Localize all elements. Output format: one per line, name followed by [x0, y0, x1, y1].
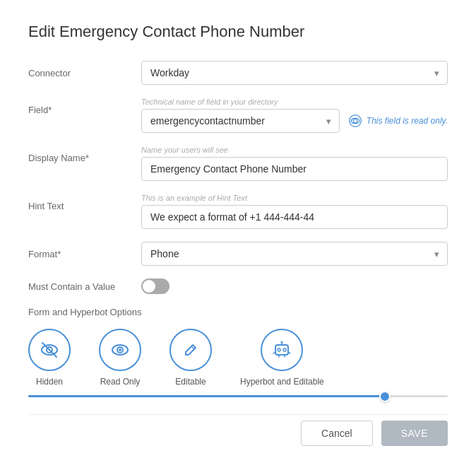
hint-text-hint: This is an example of Hint Text — [141, 194, 448, 202]
eye-icon — [348, 114, 362, 128]
editable-icon — [179, 338, 203, 362]
hidden-icon — [37, 338, 61, 362]
svg-point-11 — [278, 348, 280, 351]
display-name-control: Name your users will see — [141, 146, 448, 181]
display-name-hint: Name your users will see — [141, 146, 448, 154]
read-only-badge: This field is read only. — [348, 114, 448, 128]
field-select[interactable]: emergencycontactnumber — [141, 109, 340, 133]
svg-point-8 — [119, 348, 121, 351]
read-only-icon — [108, 338, 132, 362]
hyperbot-icon-circle — [261, 329, 303, 371]
footer-buttons: Cancel SAVE — [28, 414, 448, 446]
must-contain-label: Must Contain a Value — [28, 281, 141, 292]
read-only-label: Read Only — [100, 377, 141, 387]
connector-label: Connector — [28, 61, 141, 78]
option-editable[interactable]: Editable — [169, 329, 212, 387]
editable-label: Editable — [175, 377, 206, 387]
field-hint: Technical name of field in your director… — [141, 98, 448, 106]
hint-text-input[interactable] — [141, 205, 448, 229]
page-title: Edit Emergency Contact Phone Number — [28, 23, 448, 41]
format-control: Phone — [141, 242, 448, 266]
format-select-wrap: Phone — [141, 242, 448, 266]
slider-thumb[interactable] — [379, 391, 391, 402]
connector-select[interactable]: Workday — [141, 61, 448, 85]
field-label: Field* — [28, 98, 141, 115]
option-read-only[interactable]: Read Only — [99, 329, 141, 387]
option-hyperbot[interactable]: Hyperbot and Editable — [240, 329, 324, 387]
hint-text-control: This is an example of Hint Text — [141, 194, 448, 229]
edit-modal: Edit Emergency Contact Phone Number Conn… — [0, 0, 476, 475]
hyperbot-icon — [270, 338, 294, 362]
options-row: Hidden Read Only Editable — [28, 329, 448, 387]
display-name-label: Display Name* — [28, 146, 141, 163]
hidden-icon-circle — [28, 329, 71, 371]
display-name-row: Display Name* Name your users will see — [28, 146, 448, 181]
svg-point-12 — [283, 348, 286, 351]
svg-point-14 — [281, 341, 283, 344]
read-only-icon-circle — [99, 329, 141, 371]
hint-text-label: Hint Text — [28, 194, 141, 211]
cancel-button[interactable]: Cancel — [301, 421, 373, 446]
svg-point-1 — [353, 119, 357, 123]
format-select[interactable]: Phone — [141, 242, 448, 266]
field-control: Technical name of field in your director… — [141, 98, 448, 133]
field-row: Field* Technical name of field in your d… — [28, 98, 448, 133]
hyperbot-label: Hyperbot and Editable — [240, 377, 324, 387]
connector-row: Connector Workday — [28, 61, 448, 85]
editable-icon-circle — [169, 329, 212, 371]
save-button[interactable]: SAVE — [381, 421, 448, 446]
display-name-input[interactable] — [141, 157, 448, 181]
must-contain-row: Must Contain a Value — [28, 278, 448, 294]
slider-row — [28, 395, 448, 397]
hidden-label: Hidden — [36, 377, 63, 387]
connector-select-wrap: Workday — [141, 61, 448, 85]
field-select-wrap: emergencycontactnumber — [141, 109, 340, 133]
field-input-row: emergencycontactnumber This field is rea… — [141, 109, 448, 133]
hint-text-row: Hint Text This is an example of Hint Tex… — [28, 194, 448, 229]
slider-track — [28, 395, 448, 397]
read-only-text: This field is read only. — [367, 116, 448, 126]
format-row: Format* Phone — [28, 242, 448, 266]
slider-fill — [28, 395, 385, 397]
connector-control: Workday — [141, 61, 448, 85]
format-label: Format* — [28, 242, 141, 259]
option-hidden[interactable]: Hidden — [28, 329, 71, 387]
section-title: Form and Hyperbot Options — [28, 307, 448, 317]
must-contain-toggle[interactable] — [141, 278, 169, 294]
